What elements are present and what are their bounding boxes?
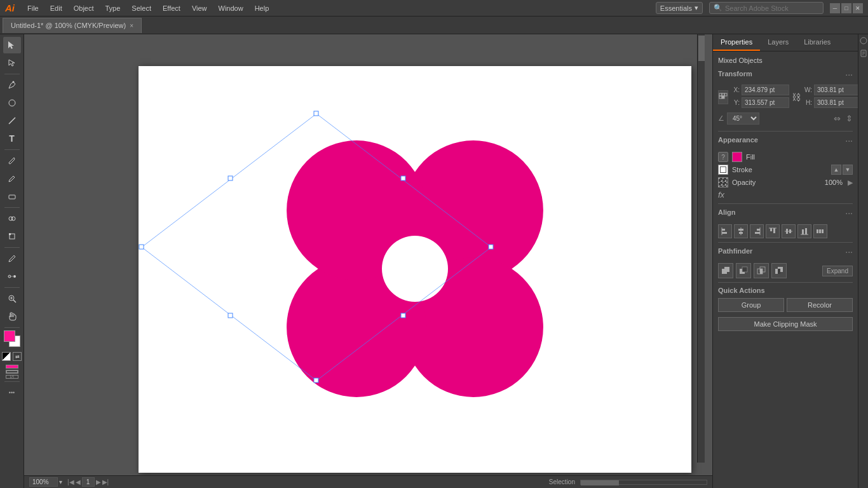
menu-edit[interactable]: Edit bbox=[45, 3, 67, 13]
zoom-tool-btn[interactable] bbox=[3, 290, 21, 307]
menu-select[interactable]: Select bbox=[126, 3, 156, 13]
tab-properties[interactable]: Properties bbox=[713, 34, 760, 51]
nav-next-btn[interactable]: ▶ bbox=[96, 478, 101, 485]
tab-libraries[interactable]: Libraries bbox=[796, 34, 838, 51]
x-input[interactable] bbox=[742, 85, 789, 95]
w-input[interactable] bbox=[814, 85, 858, 95]
type-tool-btn[interactable]: T bbox=[3, 130, 21, 147]
shape-builder-tool-btn[interactable] bbox=[3, 210, 21, 227]
panel-icon-appearance[interactable] bbox=[860, 37, 867, 46]
tab-layers[interactable]: Layers bbox=[760, 34, 796, 51]
stroke-down-btn[interactable]: ▼ bbox=[843, 165, 853, 175]
recolor-btn[interactable]: Recolor bbox=[787, 298, 853, 312]
bottom-scrollbar-thumb[interactable] bbox=[581, 480, 619, 485]
distribute-left-edges-btn[interactable] bbox=[813, 224, 827, 238]
scrollbar-thumb[interactable] bbox=[698, 36, 705, 61]
stock-search-bar[interactable]: 🔍 bbox=[709, 2, 824, 14]
svg-rect-30 bbox=[139, 245, 144, 249]
menu-window[interactable]: Window bbox=[214, 3, 248, 13]
selection-tool-btn[interactable] bbox=[3, 37, 21, 53]
group-btn[interactable]: Group bbox=[718, 298, 784, 312]
artboard bbox=[139, 66, 691, 473]
more-tools-btn[interactable]: ••• bbox=[3, 384, 21, 401]
workspace-selector[interactable]: Essentials ▾ bbox=[656, 2, 703, 14]
stock-search-input[interactable] bbox=[725, 4, 819, 12]
h-input[interactable] bbox=[814, 97, 858, 108]
menu-effect[interactable]: Effect bbox=[158, 3, 186, 13]
zoom-input[interactable] bbox=[29, 477, 58, 487]
tool-separator-2 bbox=[4, 149, 20, 150]
none-mode-btn[interactable]: ⊘ bbox=[6, 375, 18, 379]
tool-separator-4 bbox=[4, 247, 20, 248]
hand-tool-btn[interactable] bbox=[3, 308, 21, 325]
fill-color-swatch[interactable] bbox=[732, 152, 742, 162]
default-colors-btn[interactable] bbox=[2, 352, 11, 361]
menu-help[interactable]: Help bbox=[250, 3, 275, 13]
eraser-tool-btn[interactable] bbox=[3, 188, 21, 205]
minimize-button[interactable]: ─ bbox=[830, 3, 840, 13]
close-button[interactable]: ✕ bbox=[853, 3, 863, 13]
direct-selection-tool-btn[interactable] bbox=[3, 55, 21, 71]
qa-row-1: Group Recolor bbox=[718, 298, 853, 315]
svg-rect-36 bbox=[722, 93, 724, 96]
document-tab[interactable]: Untitled-1* @ 100% (CMYK/Preview) × bbox=[3, 18, 142, 33]
paintbrush-tool-btn[interactable] bbox=[3, 152, 21, 169]
align-vertical-centers-btn[interactable] bbox=[782, 224, 796, 238]
blend-tool-btn[interactable] bbox=[3, 268, 21, 285]
pathfinder-unite-btn[interactable] bbox=[718, 263, 733, 278]
transform-more-btn[interactable]: ··· bbox=[845, 69, 853, 79]
ellipse-tool-btn[interactable] bbox=[3, 95, 21, 111]
align-more-btn[interactable]: ··· bbox=[845, 208, 853, 218]
align-horizontal-centers-btn[interactable] bbox=[734, 224, 748, 238]
zoom-dropdown-icon[interactable]: ▾ bbox=[59, 478, 62, 485]
restore-button[interactable]: □ bbox=[841, 3, 851, 13]
vertical-scrollbar[interactable] bbox=[697, 34, 705, 463]
transform-reference-point[interactable] bbox=[718, 90, 728, 104]
color-mode-btn[interactable] bbox=[6, 365, 18, 369]
page-input[interactable] bbox=[82, 477, 95, 487]
flip-vertical-btn[interactable]: ⇕ bbox=[846, 114, 853, 123]
panel-icon-doc[interactable] bbox=[860, 50, 867, 58]
stroke-up-btn[interactable]: ▲ bbox=[831, 165, 841, 175]
foreground-color-box[interactable] bbox=[4, 330, 15, 342]
free-transform-tool-btn[interactable] bbox=[3, 228, 21, 245]
align-right-edges-btn[interactable] bbox=[750, 224, 764, 238]
opacity-expand-btn[interactable]: ▶ bbox=[848, 179, 853, 187]
line-tool-btn[interactable] bbox=[3, 112, 21, 129]
pen-tool-btn[interactable] bbox=[3, 77, 21, 93]
color-boxes[interactable] bbox=[4, 330, 20, 347]
fx-button[interactable]: fx bbox=[718, 190, 724, 200]
menu-object[interactable]: Object bbox=[69, 3, 99, 13]
svg-rect-10 bbox=[9, 233, 11, 235]
nav-first-btn[interactable]: |◀ bbox=[67, 478, 74, 485]
align-left-edges-btn[interactable] bbox=[718, 224, 732, 238]
tab-close-button[interactable]: × bbox=[130, 22, 133, 29]
make-clipping-mask-btn[interactable]: Make Clipping Mask bbox=[718, 317, 853, 331]
stroke-color-swatch[interactable] bbox=[718, 165, 728, 175]
opacity-swatch[interactable] bbox=[718, 177, 728, 187]
angle-row: ∠ 45° 0° 90° 180° ⇔ ⇕ bbox=[718, 112, 853, 125]
swap-colors-btn[interactable]: ⇄ bbox=[13, 352, 22, 361]
divider-1 bbox=[718, 131, 853, 132]
pathfinder-more-btn[interactable]: ··· bbox=[845, 247, 853, 257]
pathfinder-minus-front-btn[interactable] bbox=[736, 263, 751, 278]
fill-question-btn[interactable]: ? bbox=[718, 152, 728, 162]
y-input[interactable] bbox=[742, 97, 789, 108]
nav-prev-btn[interactable]: ◀ bbox=[76, 478, 81, 485]
pathfinder-expand-btn[interactable]: Expand bbox=[822, 266, 853, 276]
nav-last-btn[interactable]: ▶| bbox=[102, 478, 109, 485]
canvas-scroll-bottom[interactable] bbox=[580, 480, 707, 485]
pathfinder-intersect-btn[interactable] bbox=[754, 263, 769, 278]
angle-select[interactable]: 45° 0° 90° 180° bbox=[727, 112, 759, 125]
menu-view[interactable]: View bbox=[187, 3, 212, 13]
menu-file[interactable]: File bbox=[22, 3, 44, 13]
align-bottom-edges-btn[interactable] bbox=[797, 224, 811, 238]
align-top-edges-btn[interactable] bbox=[766, 224, 780, 238]
flip-horizontal-btn[interactable]: ⇔ bbox=[834, 114, 841, 123]
menu-type[interactable]: Type bbox=[100, 3, 126, 13]
appearance-more-btn[interactable]: ··· bbox=[845, 135, 853, 146]
pencil-tool-btn[interactable] bbox=[3, 170, 21, 187]
pathfinder-exclude-btn[interactable] bbox=[771, 263, 787, 278]
constrain-proportions-btn[interactable]: ⛓ bbox=[792, 92, 801, 102]
eyedropper-tool-btn[interactable] bbox=[3, 250, 21, 267]
